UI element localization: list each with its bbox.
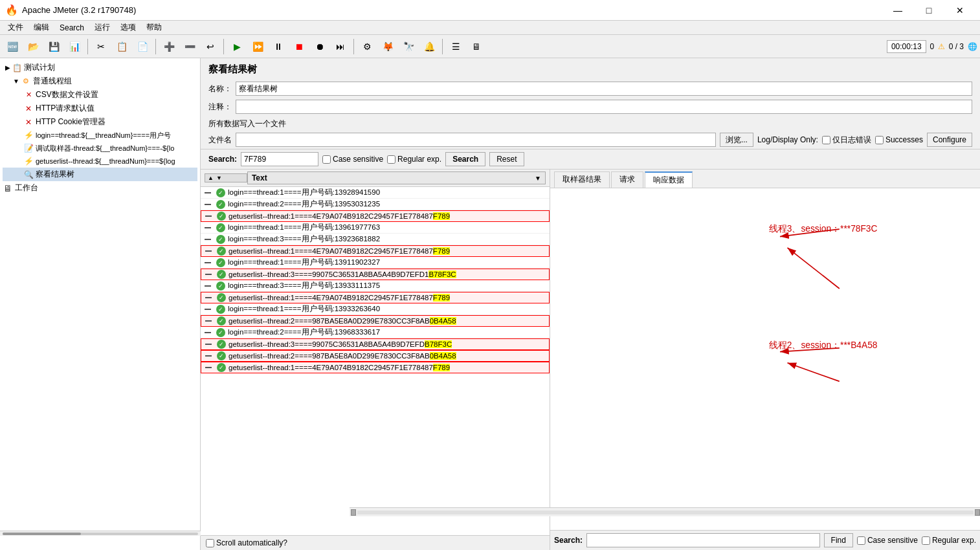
- success-icon-6: ✓: [217, 247, 226, 256]
- case-sensitive-label[interactable]: Case sensitive: [322, 155, 383, 164]
- result-item-2[interactable]: ✓ login===thread:2====用户号码:13953031235: [201, 199, 550, 210]
- result-item-8[interactable]: ✓ getuserlist--thread:3====99075C36531A8…: [201, 269, 550, 280]
- result-item-6[interactable]: ✓ getuserlist--thread:1====4E79A074B9182…: [201, 245, 550, 257]
- menu-help[interactable]: 帮助: [141, 21, 167, 34]
- tree-item-csv[interactable]: ✕ CSV数据文件设置: [3, 88, 197, 102]
- tree-item-threadgroup[interactable]: ▼ ⚙ 普通线程组: [3, 74, 197, 88]
- search-button[interactable]: 🔭: [399, 37, 418, 56]
- toolbar-separator-4: [353, 39, 354, 54]
- result-item-9[interactable]: ✓ login===thread:3====用户号码:13933111375: [201, 280, 550, 292]
- results-list-container: ▲ ▼ Text ▼ ✓ login===thread:1====用户号码:13…: [201, 170, 550, 550]
- result-item-10[interactable]: ✓ getuserlist--thread:1====4E79A074B9182…: [201, 292, 550, 303]
- tree-item-plan[interactable]: ▶ 📋 测试计划: [3, 61, 197, 74]
- menu-edit[interactable]: 编辑: [28, 21, 54, 34]
- result-item-7[interactable]: ✓ login===thread:1====用户号码:13911902327: [201, 257, 550, 269]
- clear-button[interactable]: ⏭: [331, 37, 350, 56]
- bottom-search-input[interactable]: [586, 533, 820, 547]
- regular-exp-checkbox[interactable]: [387, 155, 395, 164]
- save-button[interactable]: 💾: [44, 37, 63, 56]
- result-item-16[interactable]: ✓ getuserlist--thread:1====4E79A074B9182…: [201, 362, 550, 373]
- start-button[interactable]: ▶: [227, 37, 247, 56]
- minimize-button[interactable]: —: [883, 0, 913, 21]
- menu-file[interactable]: 文件: [3, 21, 28, 34]
- svg-line-3: [780, 348, 840, 352]
- pause-button[interactable]: ⏸: [269, 37, 288, 56]
- column-header-dropdown[interactable]: ▼: [535, 175, 541, 182]
- tree-item-getuserlist[interactable]: ⚡ getuserlist--thread:${__threadNum}===$…: [3, 155, 197, 168]
- http-default-icon: ✕: [23, 104, 34, 114]
- result-item-13[interactable]: ✓ login===thread:2====用户号码:13968333617: [201, 327, 550, 338]
- file-input[interactable]: [236, 133, 716, 147]
- case-sensitive-checkbox[interactable]: [322, 155, 331, 164]
- tab-request[interactable]: 请求: [611, 171, 643, 188]
- properties-button[interactable]: 🖥: [467, 37, 486, 56]
- successes-checkbox[interactable]: [875, 136, 884, 144]
- result-item-1[interactable]: ✓ login===thread:1====用户号码:13928941590: [201, 187, 550, 199]
- detail-scrollbar-h[interactable]: [550, 507, 980, 516]
- browse-button[interactable]: 浏览...: [720, 133, 753, 147]
- tree-item-login[interactable]: ⚡ login==thread:${__threadNum}====用户号: [3, 129, 197, 142]
- name-input[interactable]: [236, 82, 972, 96]
- cut-button[interactable]: ✂: [91, 37, 111, 56]
- stop-button[interactable]: ⏹: [289, 37, 309, 56]
- remove-button[interactable]: ➖: [180, 37, 199, 56]
- new-button[interactable]: 🆕: [3, 37, 22, 56]
- copy-button[interactable]: 📋: [112, 37, 131, 56]
- comment-input[interactable]: [236, 100, 972, 114]
- open-button[interactable]: 📂: [23, 37, 43, 56]
- tree-item-listener[interactable]: 🔍 察看结果树: [3, 168, 197, 181]
- left-scrollbar[interactable]: [0, 531, 201, 536]
- help-button[interactable]: 🦊: [378, 37, 397, 56]
- results-list-header: ▲ ▼ Text ▼: [201, 170, 550, 187]
- tree-item-http-default[interactable]: ✕ HTTP请求默认值: [3, 102, 197, 115]
- tree-expand-plan[interactable]: ▶: [5, 64, 10, 71]
- errors-checkbox-label[interactable]: 仅日志错误: [822, 135, 871, 146]
- tree-label-plan: 测试计划: [24, 62, 55, 73]
- result-item-15[interactable]: ✓ getuserlist--thread:2====987BA5E8A0D29…: [201, 350, 550, 362]
- notification-button[interactable]: 🔔: [419, 37, 439, 56]
- menu-search[interactable]: Search: [54, 22, 89, 34]
- search-button[interactable]: Search: [445, 152, 485, 166]
- successes-checkbox-label[interactable]: Successes: [875, 135, 923, 144]
- close-button[interactable]: ✕: [945, 0, 975, 21]
- result-item-5[interactable]: ✓ login===thread:3====用户号码:13923681882: [201, 234, 550, 245]
- result-item-12[interactable]: ✓ getuserlist--thread:2====987BA5E8A0D29…: [201, 315, 550, 327]
- tree-item-workbench[interactable]: 🖥 工作台: [3, 181, 197, 195]
- tab-sampler-result[interactable]: 取样器结果: [554, 171, 610, 188]
- menu-run[interactable]: 运行: [89, 21, 115, 34]
- dash-icon-3: [205, 215, 212, 217]
- result-item-4[interactable]: ✓ login===thread:1====用户号码:13961977763: [201, 222, 550, 234]
- result-item-14[interactable]: ✓ getuserlist--thread:3====99075C36531A8…: [201, 338, 550, 350]
- scroll-auto-checkbox[interactable]: [206, 539, 214, 547]
- dash-icon-5: [205, 239, 211, 240]
- tree-item-debug[interactable]: 📝 调试取样器-thread:${__threadNum}===-${lo: [3, 142, 197, 155]
- menu-options[interactable]: 选项: [115, 21, 141, 34]
- add-button[interactable]: ➕: [159, 37, 179, 56]
- configure-button[interactable]: Configure: [927, 133, 972, 147]
- function-helper-button[interactable]: ⚙: [357, 37, 377, 56]
- result-item-11[interactable]: ✓ login===thread:1====用户号码:13933263640: [201, 303, 550, 315]
- result-item-3[interactable]: ✓ getuserlist--thread:1====4E79A074B9182…: [201, 210, 550, 222]
- login-icon: ⚡: [23, 130, 34, 140]
- paste-button[interactable]: 📄: [133, 37, 152, 56]
- reset-button[interactable]: Reset: [489, 152, 524, 166]
- tree-expand-threadgroup[interactable]: ▼: [13, 78, 19, 85]
- tab-response-data[interactable]: 响应数据: [645, 171, 693, 188]
- maximize-button[interactable]: □: [914, 0, 944, 21]
- errors-checkbox[interactable]: [822, 136, 830, 144]
- find-button[interactable]: Find: [824, 533, 853, 547]
- bottom-regular-exp-checkbox[interactable]: [922, 536, 930, 545]
- start-no-pause-button[interactable]: ⏩: [248, 37, 267, 56]
- regular-exp-label[interactable]: Regular exp.: [387, 155, 441, 164]
- bottom-case-sensitive-label[interactable]: Case sensitive: [857, 536, 918, 545]
- search-input[interactable]: [241, 152, 318, 166]
- bottom-case-sensitive-checkbox[interactable]: [857, 536, 865, 545]
- undo-button[interactable]: ↩: [201, 37, 220, 56]
- bottom-regular-exp-label[interactable]: Regular exp.: [922, 536, 976, 545]
- scroll-auto-label[interactable]: Scroll automatically?: [206, 538, 287, 547]
- shutdown-button[interactable]: ⏺: [310, 37, 329, 56]
- sort-desc-icon: ▼: [216, 175, 222, 181]
- save-as-button[interactable]: 📊: [65, 37, 84, 56]
- log-viewer-button[interactable]: ☰: [446, 37, 465, 56]
- tree-item-cookie[interactable]: ✕ HTTP Cookie管理器: [3, 115, 197, 129]
